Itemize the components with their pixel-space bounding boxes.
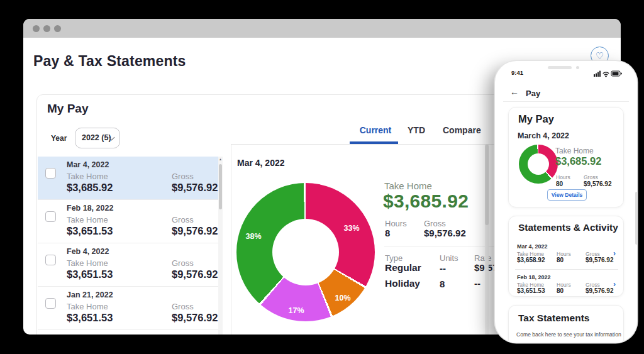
pay-breakdown-donut-chart: 33% 10% 17% 38%: [236, 183, 375, 321]
take-home-value: $3,651.53: [517, 287, 545, 294]
take-home-value: $3,658.92: [517, 257, 545, 263]
gross-value: $9,576.92: [586, 257, 614, 263]
gross-value: $9,576.92: [424, 228, 466, 238]
phone-statements-card: Statements & Activity Mar 4, 2022 Take H…: [508, 216, 624, 297]
pay-statement-row[interactable]: Feb 4, 2022 Take Home Gross $3,651.53 $9…: [38, 243, 223, 286]
donut-label: 10%: [335, 294, 350, 302]
list-scrollbar[interactable]: ▲: [218, 157, 223, 335]
tax-info-text: Come back here to see your tax informati…: [516, 331, 621, 338]
view-details-button[interactable]: View Details: [547, 189, 587, 201]
donut-label: 17%: [288, 306, 304, 315]
gross-value: $9,576.92: [172, 312, 218, 324]
hours-value: 80: [557, 257, 564, 263]
row-checkbox[interactable]: [45, 168, 56, 179]
take-home-value: $3,651.53: [67, 312, 113, 324]
year-dropdown-value: 2022 (5): [82, 133, 111, 142]
detail-divider: [384, 246, 494, 246]
window-control-dot[interactable]: [43, 25, 50, 32]
row-checkbox[interactable]: [45, 255, 56, 265]
gross-value: $9,576.92: [172, 268, 218, 280]
item-divider: [515, 269, 618, 270]
chevron-right-icon[interactable]: ›: [613, 249, 616, 258]
signal-icon: [594, 71, 601, 77]
donut-hole: [528, 153, 549, 175]
row-checkbox[interactable]: [45, 211, 56, 222]
statement-date: Feb 18, 2022: [517, 274, 551, 280]
gross-value: $9,576.92: [584, 180, 612, 187]
year-label: Year: [51, 134, 67, 143]
nav-divider: [503, 101, 629, 102]
scrollbar-thumb[interactable]: [485, 145, 489, 225]
card-title: My Pay: [518, 113, 554, 125]
pay-statement-row[interactable]: Jan 7, 2022: [38, 329, 223, 335]
earning-type: Regular: [385, 262, 421, 274]
scroll-up-icon[interactable]: ▲: [218, 157, 223, 161]
earning-units: 8: [440, 279, 445, 289]
type-header: Type: [385, 253, 402, 263]
window-control-dot[interactable]: [33, 25, 40, 32]
take-home-label: Take Home: [555, 147, 594, 155]
row-date: Jan 21, 2022: [67, 290, 113, 299]
window-titlebar: [23, 19, 621, 38]
year-dropdown[interactable]: 2022 (5): [75, 128, 120, 148]
phone-pay-donut-chart: [519, 145, 558, 184]
row-checkbox[interactable]: [45, 298, 56, 309]
take-home-label: Take Home: [384, 180, 432, 191]
pay-statement-row[interactable]: Feb 18, 2022 Take Home Gross $3,651.53 $…: [38, 199, 223, 243]
take-home-value: $3,651.53: [67, 225, 113, 237]
active-tab-underline: [350, 141, 398, 144]
phone-side-button: [635, 192, 637, 245]
gross-label: Gross: [172, 172, 194, 181]
hours-label: Hours: [556, 174, 570, 180]
take-home-amount: $3,685.92: [555, 155, 601, 167]
back-arrow-icon[interactable]: ←: [510, 87, 519, 97]
wifi-icon: [603, 72, 609, 75]
row-date: Jan 7, 2022: [67, 334, 109, 335]
gross-value: $9,576.92: [586, 287, 614, 294]
chevron-right-icon[interactable]: ›: [613, 280, 616, 289]
phone-tax-card: Tax Statements Come back here to see you…: [508, 305, 624, 343]
pay-statement-row[interactable]: Jan 21, 2022 Take Home Gross $3,651.53 $…: [38, 286, 223, 329]
hours-label: Hours: [385, 219, 407, 228]
page-title: Pay & Tax Statements: [33, 53, 186, 70]
take-home-value: $3,651.53: [67, 268, 113, 280]
scrollbar-thumb[interactable]: [219, 164, 222, 209]
battery-icon: [611, 71, 622, 76]
rate-header: Rate: [474, 253, 491, 263]
phone-nav-title: Pay: [526, 89, 540, 98]
hours-value: 8: [385, 228, 390, 238]
take-home-label: Take Home: [67, 215, 108, 224]
gross-label: Gross: [424, 219, 446, 228]
take-home-label: Take Home: [67, 172, 108, 181]
take-home-label: Take Home: [67, 302, 108, 311]
phone-speaker: [548, 66, 572, 69]
donut-label: 38%: [245, 232, 261, 241]
donut-label: 33%: [343, 224, 359, 233]
earning-type: Holiday: [385, 278, 420, 289]
tab-current[interactable]: Current: [350, 125, 401, 135]
chart-date: Mar 4, 2022: [237, 158, 285, 168]
card-title: Statements & Activity: [518, 222, 618, 233]
hours-value: 80: [557, 287, 564, 294]
phone-camera: [576, 66, 579, 69]
card-title: Tax Statements: [518, 313, 589, 324]
pay-statement-row[interactable]: Mar 4, 2022 Take Home Gross $3,685.92 $9…: [38, 157, 223, 199]
gross-label: Gross: [172, 258, 194, 268]
window-control-dot[interactable]: [54, 25, 61, 32]
tab-ytd[interactable]: YTD: [397, 125, 435, 135]
earning-units: --: [440, 263, 446, 274]
pay-statements-list: Mar 4, 2022 Take Home Gross $3,685.92 $9…: [38, 157, 223, 335]
card-date: March 4, 2022: [518, 131, 569, 140]
tab-compare[interactable]: Compare: [443, 125, 480, 135]
gross-label: Gross: [172, 215, 194, 224]
row-date: Mar 4, 2022: [67, 160, 109, 169]
status-time: 9:41: [511, 69, 523, 76]
detail-scrollbar[interactable]: [485, 145, 489, 335]
my-pay-title: My Pay: [47, 102, 88, 116]
take-home-label: Take Home: [67, 258, 108, 268]
hours-value: 80: [556, 180, 563, 187]
heart-icon: ♡: [596, 50, 604, 61]
gross-label: Gross: [172, 302, 194, 311]
status-icons: [594, 70, 623, 77]
statement-date: Mar 4, 2022: [517, 243, 548, 250]
